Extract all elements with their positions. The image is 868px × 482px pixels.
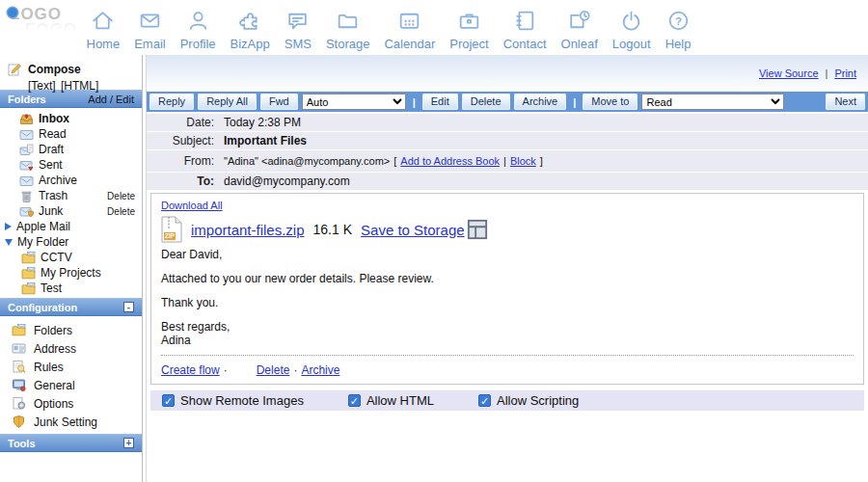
read-envelope-icon (19, 127, 34, 142)
nav-storage[interactable]: Storage (318, 8, 377, 51)
nav-label: Help (665, 37, 692, 51)
nav-onleaf[interactable]: Onleaf (554, 8, 605, 51)
general-settings-icon (12, 378, 26, 392)
onleaf-icon (566, 8, 592, 34)
pipe-separator: | (503, 155, 506, 167)
calendar-icon (396, 8, 422, 34)
reply-button[interactable]: Reply (149, 94, 194, 110)
sidebar-item-junk[interactable]: Junk Delete (0, 203, 142, 219)
compose-text-mode[interactable]: [Text] (28, 79, 56, 93)
add-to-address-book-link[interactable]: Add to Address Book (400, 155, 500, 167)
move-to-folder-select[interactable]: Read (641, 94, 784, 110)
folder-label: Archive (39, 174, 77, 187)
sidebar-item-trash[interactable]: Trash Delete (0, 188, 142, 203)
sidebar-item-config-options[interactable]: Options (0, 394, 142, 413)
nav-sms[interactable]: SMS (277, 8, 318, 51)
sidebar-item-apple-mail[interactable]: Apple Mail (0, 219, 142, 234)
nav-menu: Home Email Profile BizApp SMS Storage Ca… (79, 0, 698, 51)
allow-html-checkbox[interactable] (348, 394, 361, 407)
download-all-link[interactable]: Download All (161, 200, 223, 211)
archive-button[interactable]: Archive (514, 94, 567, 110)
config-label: Address (34, 342, 76, 356)
compose-button[interactable]: Compose (8, 62, 134, 76)
folder-label: Junk (39, 204, 63, 218)
sidebar-item-cctv[interactable]: CCTV (0, 250, 142, 265)
sidebar-item-my-folder[interactable]: My Folder (0, 234, 142, 250)
nav-help[interactable]: ? Help (658, 8, 698, 51)
nav-bizapp[interactable]: BizApp (223, 8, 277, 51)
sidebar-item-test[interactable]: Test (0, 281, 142, 296)
address-card-icon (12, 341, 26, 356)
folder-mail-icon (21, 251, 36, 265)
forward-mode-select[interactable]: Auto (302, 94, 406, 110)
trash-icon (19, 189, 34, 203)
show-remote-images-checkbox[interactable] (162, 394, 175, 407)
sidebar-item-config-junk-setting[interactable]: Junk Setting (0, 413, 142, 431)
message-footer-actions: Create flow · Delete · Archive (161, 355, 854, 377)
nav-email[interactable]: Email (127, 8, 174, 51)
profile-icon (185, 8, 211, 34)
nav-contact[interactable]: Contact (496, 8, 554, 51)
tools-expand-icon[interactable]: + (123, 438, 134, 448)
view-source-link[interactable]: View Source (759, 67, 819, 79)
dot-separator: · (289, 363, 301, 377)
sidebar-item-config-folders[interactable]: Folders (0, 321, 142, 339)
sidebar-item-my-projects[interactable]: My Projects (0, 265, 142, 281)
contact-book-icon (512, 8, 538, 34)
compose-html-mode[interactable]: [HTML] (61, 79, 98, 93)
block-sender-link[interactable]: Block (510, 155, 536, 167)
forward-button[interactable]: Fwd (260, 94, 298, 110)
nav-profile[interactable]: Profile (173, 8, 223, 51)
configuration-collapse-icon[interactable]: - (123, 302, 134, 312)
move-to-button[interactable]: Move to (583, 94, 637, 110)
folder-mail-icon (12, 323, 26, 337)
attachment-filename-link[interactable]: important-files.zip (191, 222, 305, 238)
option-allow-scripting: Allow Scripting (478, 393, 579, 408)
nav-calendar[interactable]: Calendar (377, 8, 443, 51)
nav-logout[interactable]: Logout (605, 8, 658, 51)
config-label: General (34, 379, 75, 392)
sidebar-item-draft[interactable]: Draft (0, 142, 142, 157)
nav-project[interactable]: Project (443, 8, 496, 51)
sidebar-item-archive[interactable]: Archive (0, 173, 142, 188)
edit-button[interactable]: Edit (422, 94, 458, 110)
expanded-arrow-icon (5, 239, 13, 246)
footer-delete-link[interactable]: Delete (257, 363, 290, 377)
create-flow-link[interactable]: Create flow (161, 363, 220, 377)
trash-delete-action[interactable]: Delete (107, 191, 142, 201)
nav-home[interactable]: Home (79, 8, 127, 51)
from-label: From: (147, 154, 224, 168)
message-toolbar: Reply Reply All Fwd Auto | Edit Delete A… (147, 92, 868, 112)
sidebar-item-inbox[interactable]: Inbox (0, 111, 142, 126)
folders-add-edit-link[interactable]: Add / Edit (88, 94, 134, 105)
junk-delete-action[interactable]: Delete (107, 206, 142, 217)
from-value: "Adina" <adina@mycompany.com> (224, 155, 390, 167)
view-options-bar: View Source | Print (147, 55, 868, 92)
body-line: Attached to you our new order details. P… (161, 272, 854, 285)
sidebar-item-config-rules[interactable]: Rules (0, 358, 142, 376)
sidebar-item-config-general[interactable]: General (0, 376, 142, 394)
save-to-storage-link[interactable]: Save to Storage (361, 216, 488, 243)
delete-button[interactable]: Delete (462, 94, 510, 110)
print-link[interactable]: Print (834, 67, 856, 79)
reply-all-button[interactable]: Reply All (198, 94, 257, 110)
option-allow-html: Allow HTML (348, 393, 434, 408)
allow-scripting-checkbox[interactable] (478, 394, 491, 407)
nav-label: Home (87, 37, 121, 51)
sidebar-item-config-address[interactable]: Address (0, 339, 142, 358)
body-line: Thank you. (161, 296, 854, 309)
inbox-icon (19, 112, 34, 126)
option-label: Allow HTML (366, 393, 434, 408)
subject-value: Important Files (224, 134, 307, 147)
next-button[interactable]: Next (826, 94, 865, 110)
option-show-remote-images: Show Remote Images (162, 393, 304, 408)
help-icon: ? (665, 8, 692, 34)
compose-pencil-icon (8, 62, 22, 76)
body-signature: Adina (161, 334, 854, 347)
sidebar-item-sent[interactable]: Sent (0, 157, 142, 173)
date-value: Today 2:38 PM (224, 116, 301, 129)
footer-archive-link[interactable]: Archive (301, 363, 339, 377)
header-row-subject: Subject: Important Files (147, 132, 868, 149)
sidebar-item-read[interactable]: Read (0, 126, 142, 142)
to-value: david@mycompany.com (224, 174, 350, 188)
